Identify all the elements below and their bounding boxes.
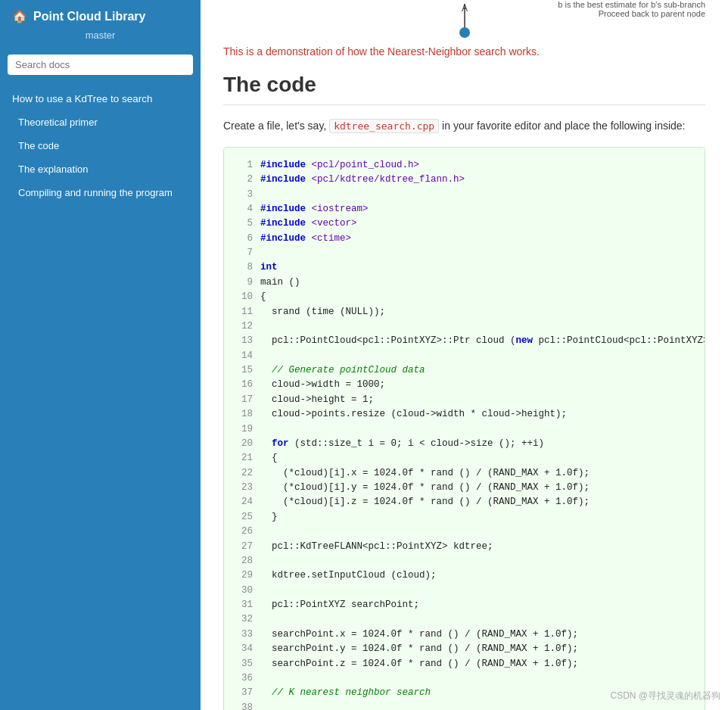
sidebar-item-explanation[interactable]: The explanation <box>0 157 201 181</box>
code-line: 5#include <vector> <box>236 216 692 231</box>
code-line: 30 <box>236 584 692 598</box>
code-line: 8int <box>236 260 692 275</box>
line-number: 9 <box>236 276 253 290</box>
code-line: 34 searchPoint.y = 1024.0f * rand () / (… <box>236 642 692 656</box>
code-line: 36 <box>236 671 692 686</box>
code-line: 31 pcl::PointXYZ searchPoint; <box>236 598 692 612</box>
line-number: 18 <box>236 407 253 422</box>
line-number: 7 <box>236 246 253 260</box>
inline-code-filename: kdtree_search.cpp <box>329 119 439 133</box>
desc-after: in your favorite editor and place the fo… <box>442 120 685 132</box>
line-number: 36 <box>236 671 253 686</box>
svg-text:A: A <box>461 4 467 14</box>
code-line: 26 <box>236 525 692 539</box>
code-line: 18 cloud->points.resize (cloud->width * … <box>236 407 692 422</box>
main-content: A b is the best estimate for b's sub-bra… <box>201 0 728 710</box>
line-number: 34 <box>236 642 253 656</box>
code-line: 7 <box>236 246 692 260</box>
code-line: 20 for (std::size_t i = 0; i < cloud->si… <box>236 437 692 451</box>
line-number: 10 <box>236 290 253 304</box>
sidebar-item-code[interactable]: The code <box>0 134 201 157</box>
line-number: 13 <box>236 334 253 348</box>
code-line: 32 <box>236 612 692 627</box>
line-number: 25 <box>236 510 253 525</box>
line-number: 17 <box>236 393 253 407</box>
code-line: 6#include <ctime> <box>236 232 692 246</box>
line-number: 30 <box>236 584 253 598</box>
code-line: 24 (*cloud)[i].z = 1024.0f * rand () / (… <box>236 495 692 509</box>
svg-point-2 <box>459 27 470 38</box>
code-line: 1#include <pcl/point_cloud.h> <box>236 158 692 173</box>
code-line: 9main () <box>236 276 692 290</box>
code-line: 33 searchPoint.x = 1024.0f * rand () / (… <box>236 627 692 642</box>
code-line: 19 <box>236 422 692 437</box>
sidebar-subtitle: master <box>0 30 201 48</box>
line-number: 38 <box>236 701 253 710</box>
line-number: 19 <box>236 422 253 437</box>
section-title: The code <box>223 73 705 105</box>
line-number: 32 <box>236 612 253 627</box>
line-number: 26 <box>236 525 253 539</box>
code-line: 13 pcl::PointCloud<pcl::PointXYZ>::Ptr c… <box>236 334 692 348</box>
sidebar-nav: How to use a KdTree to search Theoretica… <box>0 81 201 210</box>
line-number: 11 <box>236 305 253 319</box>
code-line: 11 srand (time (NULL)); <box>236 305 692 319</box>
line-number: 12 <box>236 319 253 334</box>
line-number: 1 <box>236 158 253 173</box>
code-line: 27 pcl::KdTreeFLANN<pcl::PointXYZ> kdtre… <box>236 540 692 554</box>
line-number: 23 <box>236 481 253 495</box>
line-number: 6 <box>236 232 253 246</box>
diagram-svg: A <box>351 4 578 45</box>
code-line: 21 { <box>236 451 692 466</box>
home-icon: 🏠 <box>12 9 27 23</box>
line-number: 3 <box>236 188 253 202</box>
line-number: 33 <box>236 627 253 642</box>
line-number: 28 <box>236 554 253 568</box>
line-number: 21 <box>236 451 253 466</box>
code-line: 28 <box>236 554 692 568</box>
search-container <box>0 48 201 81</box>
sidebar-title[interactable]: Point Cloud Library <box>33 10 145 23</box>
code-line: 17 cloud->height = 1; <box>236 393 692 407</box>
line-number: 31 <box>236 598 253 612</box>
right-note: b is the best estimate for b's sub-branc… <box>558 0 705 18</box>
diagram-area: A b is the best estimate for b's sub-bra… <box>201 0 728 42</box>
sidebar-item-kdtree[interactable]: How to use a KdTree to search <box>0 87 201 111</box>
code-line: 29 kdtree.setInputCloud (cloud); <box>236 568 692 583</box>
code-line: 15 // Generate pointCloud data <box>236 363 692 378</box>
line-number: 37 <box>236 686 253 700</box>
line-number: 5 <box>236 216 253 231</box>
desc-before: Create a file, let's say, <box>223 120 326 132</box>
code-line: 14 <box>236 349 692 363</box>
code-line: 4#include <iostream> <box>236 202 692 216</box>
code-line: 22 (*cloud)[i].x = 1024.0f * rand () / (… <box>236 466 692 481</box>
line-number: 8 <box>236 260 253 275</box>
code-line: 2#include <pcl/kdtree/kdtree_flann.h> <box>236 173 692 187</box>
code-line: 23 (*cloud)[i].y = 1024.0f * rand () / (… <box>236 481 692 495</box>
sidebar-item-compiling[interactable]: Compiling and running the program <box>0 181 201 204</box>
code-line: 12 <box>236 319 692 334</box>
line-number: 14 <box>236 349 253 363</box>
code-block: 1#include <pcl/point_cloud.h> 2#include … <box>223 147 705 710</box>
line-number: 20 <box>236 437 253 451</box>
line-number: 35 <box>236 657 253 671</box>
line-number: 16 <box>236 378 253 392</box>
description: Create a file, let's say, kdtree_search.… <box>223 117 705 135</box>
sidebar-item-primer[interactable]: Theoretical primer <box>0 111 201 134</box>
search-input[interactable] <box>8 54 193 75</box>
sidebar: 🏠 Point Cloud Library master How to use … <box>0 0 201 710</box>
code-line: 10{ <box>236 290 692 304</box>
sidebar-header: 🏠 Point Cloud Library <box>0 0 201 30</box>
code-line: 25 } <box>236 510 692 525</box>
watermark: CSDN @寻找灵魂的机器狗 <box>610 690 720 702</box>
code-line: 3 <box>236 188 692 202</box>
line-number: 22 <box>236 466 253 481</box>
line-number: 29 <box>236 568 253 583</box>
content-area: The code Create a file, let's say, kdtre… <box>201 65 728 710</box>
line-number: 4 <box>236 202 253 216</box>
line-number: 24 <box>236 495 253 509</box>
line-number: 2 <box>236 173 253 187</box>
line-number: 15 <box>236 363 253 378</box>
line-number: 27 <box>236 540 253 554</box>
code-line: 16 cloud->width = 1000; <box>236 378 692 392</box>
